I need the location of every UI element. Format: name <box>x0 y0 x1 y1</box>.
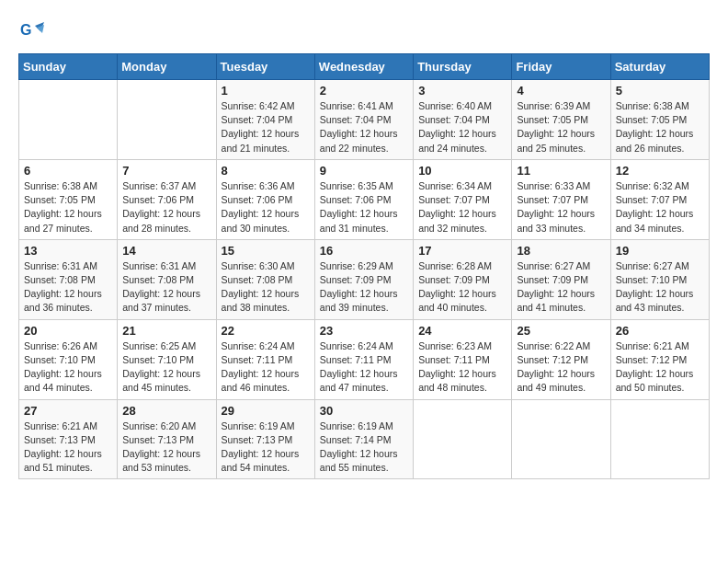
day-info: Sunrise: 6:33 AM Sunset: 7:07 PM Dayligh… <box>517 179 605 236</box>
svg-text:G: G <box>20 22 31 38</box>
weekday-header-tuesday: Tuesday <box>216 54 314 80</box>
day-number: 20 <box>24 324 112 338</box>
calendar-cell: 18Sunrise: 6:27 AM Sunset: 7:09 PM Dayli… <box>512 239 610 319</box>
calendar-cell: 6Sunrise: 6:38 AM Sunset: 7:05 PM Daylig… <box>19 159 118 239</box>
day-info: Sunrise: 6:37 AM Sunset: 7:06 PM Dayligh… <box>122 179 210 236</box>
weekday-header-sunday: Sunday <box>19 54 118 80</box>
logo-icon: G <box>18 18 44 44</box>
calendar-cell: 3Sunrise: 6:40 AM Sunset: 7:04 PM Daylig… <box>414 80 512 160</box>
calendar-cell: 9Sunrise: 6:35 AM Sunset: 7:06 PM Daylig… <box>314 159 413 239</box>
day-number: 7 <box>122 164 210 178</box>
calendar-table: SundayMondayTuesdayWednesdayThursdayFrid… <box>18 53 710 479</box>
calendar-cell: 14Sunrise: 6:31 AM Sunset: 7:08 PM Dayli… <box>118 239 216 319</box>
day-number: 16 <box>320 244 408 258</box>
day-info: Sunrise: 6:32 AM Sunset: 7:07 PM Dayligh… <box>616 179 704 236</box>
calendar-cell: 1Sunrise: 6:42 AM Sunset: 7:04 PM Daylig… <box>216 80 314 160</box>
weekday-header-wednesday: Wednesday <box>314 54 413 80</box>
day-info: Sunrise: 6:24 AM Sunset: 7:11 PM Dayligh… <box>222 339 310 396</box>
day-number: 5 <box>616 84 704 98</box>
day-number: 11 <box>517 164 605 178</box>
day-number: 13 <box>24 244 112 258</box>
day-number: 3 <box>418 84 506 98</box>
day-number: 24 <box>418 324 506 338</box>
calendar-cell: 17Sunrise: 6:28 AM Sunset: 7:09 PM Dayli… <box>414 239 512 319</box>
day-number: 12 <box>616 164 704 178</box>
day-info: Sunrise: 6:35 AM Sunset: 7:06 PM Dayligh… <box>320 179 408 236</box>
calendar-cell: 22Sunrise: 6:24 AM Sunset: 7:11 PM Dayli… <box>216 319 314 399</box>
week-row-4: 20Sunrise: 6:26 AM Sunset: 7:10 PM Dayli… <box>19 319 710 399</box>
day-info: Sunrise: 6:39 AM Sunset: 7:05 PM Dayligh… <box>517 99 605 155</box>
calendar-cell <box>610 399 709 479</box>
day-number: 15 <box>222 244 310 258</box>
day-info: Sunrise: 6:30 AM Sunset: 7:08 PM Dayligh… <box>222 259 310 316</box>
calendar-cell: 13Sunrise: 6:31 AM Sunset: 7:08 PM Dayli… <box>19 239 118 319</box>
day-info: Sunrise: 6:40 AM Sunset: 7:04 PM Dayligh… <box>418 99 506 155</box>
calendar-cell: 8Sunrise: 6:36 AM Sunset: 7:06 PM Daylig… <box>216 159 314 239</box>
day-info: Sunrise: 6:36 AM Sunset: 7:06 PM Dayligh… <box>222 179 310 236</box>
day-info: Sunrise: 6:27 AM Sunset: 7:09 PM Dayligh… <box>517 259 605 316</box>
calendar-cell: 25Sunrise: 6:22 AM Sunset: 7:12 PM Dayli… <box>512 319 610 399</box>
day-info: Sunrise: 6:31 AM Sunset: 7:08 PM Dayligh… <box>24 259 112 316</box>
day-info: Sunrise: 6:34 AM Sunset: 7:07 PM Dayligh… <box>418 179 506 236</box>
calendar-cell: 11Sunrise: 6:33 AM Sunset: 7:07 PM Dayli… <box>512 159 610 239</box>
day-number: 2 <box>320 84 408 98</box>
day-info: Sunrise: 6:20 AM Sunset: 7:13 PM Dayligh… <box>122 419 210 476</box>
day-info: Sunrise: 6:31 AM Sunset: 7:08 PM Dayligh… <box>122 259 210 316</box>
calendar-cell: 10Sunrise: 6:34 AM Sunset: 7:07 PM Dayli… <box>414 159 512 239</box>
week-row-1: 1Sunrise: 6:42 AM Sunset: 7:04 PM Daylig… <box>19 80 710 160</box>
day-info: Sunrise: 6:25 AM Sunset: 7:10 PM Dayligh… <box>122 339 210 396</box>
weekday-header-thursday: Thursday <box>414 54 512 80</box>
day-number: 17 <box>418 244 506 258</box>
day-number: 23 <box>320 324 408 338</box>
day-info: Sunrise: 6:26 AM Sunset: 7:10 PM Dayligh… <box>24 339 112 396</box>
day-info: Sunrise: 6:21 AM Sunset: 7:12 PM Dayligh… <box>616 339 704 396</box>
calendar-cell: 23Sunrise: 6:24 AM Sunset: 7:11 PM Dayli… <box>314 319 413 399</box>
day-info: Sunrise: 6:28 AM Sunset: 7:09 PM Dayligh… <box>418 259 506 316</box>
page-header: G <box>18 18 710 44</box>
calendar-cell: 12Sunrise: 6:32 AM Sunset: 7:07 PM Dayli… <box>610 159 709 239</box>
calendar-cell <box>118 80 216 160</box>
day-number: 9 <box>320 164 408 178</box>
calendar-cell: 21Sunrise: 6:25 AM Sunset: 7:10 PM Dayli… <box>118 319 216 399</box>
day-number: 6 <box>24 164 112 178</box>
day-number: 28 <box>122 404 210 418</box>
calendar-cell: 29Sunrise: 6:19 AM Sunset: 7:13 PM Dayli… <box>216 399 314 479</box>
day-number: 8 <box>222 164 310 178</box>
weekday-header-row: SundayMondayTuesdayWednesdayThursdayFrid… <box>19 54 710 80</box>
calendar-cell: 5Sunrise: 6:38 AM Sunset: 7:05 PM Daylig… <box>610 80 709 160</box>
day-info: Sunrise: 6:38 AM Sunset: 7:05 PM Dayligh… <box>616 99 704 155</box>
day-info: Sunrise: 6:42 AM Sunset: 7:04 PM Dayligh… <box>222 99 310 155</box>
week-row-5: 27Sunrise: 6:21 AM Sunset: 7:13 PM Dayli… <box>19 399 710 479</box>
day-number: 10 <box>418 164 506 178</box>
day-info: Sunrise: 6:24 AM Sunset: 7:11 PM Dayligh… <box>320 339 408 396</box>
calendar-cell: 24Sunrise: 6:23 AM Sunset: 7:11 PM Dayli… <box>414 319 512 399</box>
calendar-cell: 20Sunrise: 6:26 AM Sunset: 7:10 PM Dayli… <box>19 319 118 399</box>
calendar-cell: 19Sunrise: 6:27 AM Sunset: 7:10 PM Dayli… <box>610 239 709 319</box>
calendar-body: 1Sunrise: 6:42 AM Sunset: 7:04 PM Daylig… <box>19 80 710 479</box>
week-row-3: 13Sunrise: 6:31 AM Sunset: 7:08 PM Dayli… <box>19 239 710 319</box>
day-info: Sunrise: 6:22 AM Sunset: 7:12 PM Dayligh… <box>517 339 605 396</box>
calendar-cell <box>414 399 512 479</box>
calendar-cell: 16Sunrise: 6:29 AM Sunset: 7:09 PM Dayli… <box>314 239 413 319</box>
day-info: Sunrise: 6:29 AM Sunset: 7:09 PM Dayligh… <box>320 259 408 316</box>
calendar-cell <box>19 80 118 160</box>
weekday-header-saturday: Saturday <box>610 54 709 80</box>
logo: G <box>18 18 46 44</box>
day-number: 4 <box>517 84 605 98</box>
day-info: Sunrise: 6:23 AM Sunset: 7:11 PM Dayligh… <box>418 339 506 396</box>
day-number: 1 <box>222 84 310 98</box>
day-number: 14 <box>122 244 210 258</box>
day-number: 27 <box>24 404 112 418</box>
day-number: 25 <box>517 324 605 338</box>
day-info: Sunrise: 6:41 AM Sunset: 7:04 PM Dayligh… <box>320 99 408 155</box>
calendar-cell <box>512 399 610 479</box>
calendar-cell: 2Sunrise: 6:41 AM Sunset: 7:04 PM Daylig… <box>314 80 413 160</box>
week-row-2: 6Sunrise: 6:38 AM Sunset: 7:05 PM Daylig… <box>19 159 710 239</box>
day-info: Sunrise: 6:38 AM Sunset: 7:05 PM Dayligh… <box>24 179 112 236</box>
day-number: 30 <box>320 404 408 418</box>
calendar-cell: 7Sunrise: 6:37 AM Sunset: 7:06 PM Daylig… <box>118 159 216 239</box>
weekday-header-friday: Friday <box>512 54 610 80</box>
day-number: 26 <box>616 324 704 338</box>
calendar-cell: 27Sunrise: 6:21 AM Sunset: 7:13 PM Dayli… <box>19 399 118 479</box>
day-info: Sunrise: 6:19 AM Sunset: 7:13 PM Dayligh… <box>222 419 310 476</box>
